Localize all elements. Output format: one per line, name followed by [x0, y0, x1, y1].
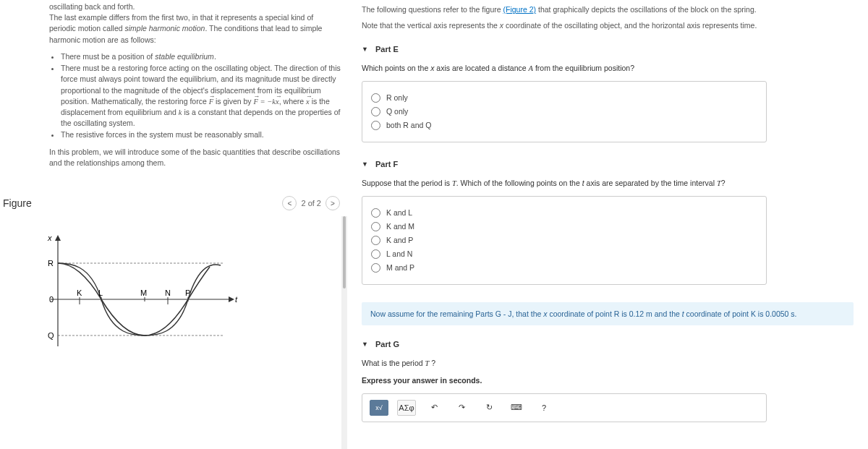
opt-kl[interactable]: K and L	[371, 208, 757, 218]
radio-r-only[interactable]	[371, 93, 380, 103]
bullet-2: There must be a restoring force acting o…	[61, 63, 341, 129]
answer-toolbar: x√ ΑΣφ ↶ ↷ ↻ ⌨ ?	[362, 393, 767, 422]
note-a: Note that the vertical axis represents t…	[362, 21, 500, 30]
keyboard-icon[interactable]: ⌨	[507, 400, 526, 416]
pt-P: P	[185, 288, 190, 297]
lbl-mp: M and P	[386, 263, 414, 272]
reset-button[interactable]: ↻	[480, 400, 498, 416]
part-g-title: Part G	[375, 340, 399, 348]
radio-kp[interactable]	[371, 236, 380, 245]
top-b: that graphically depicts the oscillation…	[536, 5, 757, 14]
ban-d: coordinate of point K is 0.0050	[684, 309, 791, 318]
pf-qb: . Which of the following points on the	[456, 179, 582, 187]
ban-m: m	[646, 309, 652, 318]
pf-qc: axis are separated by the time interval	[584, 179, 717, 187]
pt-L: L	[98, 288, 103, 297]
figure-reference-note: The following questions refer to the fig…	[362, 4, 854, 32]
lbl-kl: K and L	[386, 208, 412, 217]
bullet-3: The resistive forces in the system must …	[61, 129, 341, 140]
figure-link[interactable]: (Figure 2)	[503, 5, 537, 14]
axis-t-label: t	[235, 295, 238, 304]
b2c: , where	[279, 97, 306, 106]
help-button[interactable]: ?	[535, 400, 553, 416]
pt-M: M	[140, 288, 147, 297]
opt-q-label: Q only	[386, 107, 408, 116]
opt-r-label: R only	[386, 93, 408, 102]
pt-R: R	[48, 259, 54, 268]
pt-Q: Q	[48, 331, 54, 340]
opt-both-label: both R and Q	[386, 121, 431, 129]
pe-qc: from the equilibrium position?	[533, 64, 634, 72]
axis-x-label: x	[47, 234, 52, 242]
pe-qb: axis are located a distance	[434, 64, 528, 72]
figure-title: Figure	[3, 197, 32, 209]
opt-q-only[interactable]: Q only	[371, 107, 757, 116]
b2b: is given by	[213, 97, 253, 106]
part-f-header[interactable]: ▼Part F	[362, 160, 854, 168]
undo-button[interactable]: ↶	[425, 400, 443, 416]
svg-marker-3	[229, 296, 234, 302]
pt-0: 0	[49, 295, 54, 304]
pt-N: N	[165, 288, 171, 297]
intro-closing: In this problem, we will introduce some …	[49, 147, 341, 168]
part-e-options: R only Q only both R and Q	[362, 81, 767, 142]
opt-km[interactable]: K and M	[371, 222, 757, 231]
note-b: coordinate of the oscillating object, an…	[503, 21, 757, 30]
ban-c: and the	[652, 309, 682, 318]
intro-shm: simple harmonic motion	[124, 24, 205, 33]
lbl-kp: K and P	[386, 236, 413, 244]
symbols-button[interactable]: ΑΣφ	[397, 400, 416, 416]
b1em: stable equilibrium	[155, 52, 214, 61]
opt-mp[interactable]: M and P	[371, 263, 757, 273]
pe-qa: Which points on the	[362, 64, 430, 72]
part-e-question: Which points on the x axis are located a…	[362, 64, 854, 72]
opt-kp[interactable]: K and P	[371, 236, 757, 245]
radio-q-only[interactable]	[371, 107, 380, 116]
radio-km[interactable]	[371, 222, 380, 231]
radio-kl[interactable]	[371, 208, 380, 218]
pg-qa: What is the period	[362, 359, 425, 367]
top-a: The following questions refer to the fig…	[362, 5, 503, 14]
opt-r-only[interactable]: R only	[371, 93, 757, 103]
b1b: .	[214, 52, 216, 61]
pf-qd: ?	[721, 179, 726, 187]
pg-qb: ?	[429, 359, 435, 367]
oscillation-graph: x t R 0 Q K L M N P	[29, 231, 246, 354]
opt-both-rq[interactable]: both R and Q	[371, 121, 757, 130]
intro-p1: oscillating back and forth.	[49, 1, 341, 12]
part-e-header[interactable]: ▼Part E	[362, 45, 854, 54]
opt-ln[interactable]: L and N	[371, 249, 757, 259]
ban-e: .	[795, 309, 797, 318]
lbl-km: K and M	[386, 222, 414, 231]
pager-prev-button[interactable]: <	[282, 196, 297, 210]
pt-K: K	[77, 288, 82, 297]
part-f-question: Suppose that the period is T. Which of t…	[362, 179, 854, 187]
collapse-icon: ▼	[362, 161, 368, 168]
part-e: ▼Part E Which points on the x axis are l…	[362, 45, 854, 142]
pager-label: 2 of 2	[301, 199, 321, 208]
intro-p2: The last example differs from the first …	[49, 12, 341, 46]
equation-editor-button[interactable]: x√	[370, 400, 388, 416]
part-g-sub: Express your answer in seconds.	[362, 376, 854, 385]
part-f-options: K and L K and M K and P L and N M and P	[362, 196, 767, 285]
bullet-1: There must be a position of stable equil…	[61, 51, 341, 62]
ban-a: Now assume for the remaining Parts G - J…	[370, 309, 543, 318]
svg-marker-1	[55, 235, 61, 241]
radio-ln[interactable]	[371, 249, 380, 259]
radio-mp[interactable]	[371, 263, 380, 273]
assumption-banner: Now assume for the remaining Parts G - J…	[362, 302, 854, 325]
part-g-header[interactable]: ▼Part G	[362, 340, 854, 348]
part-f: ▼Part F Suppose that the period is T. Wh…	[362, 160, 854, 285]
part-e-title: Part E	[375, 45, 399, 54]
figure-pager: < 2 of 2 >	[282, 196, 340, 210]
radio-both[interactable]	[371, 121, 380, 130]
part-g: ▼Part G What is the period T ? Express y…	[362, 340, 854, 422]
part-f-title: Part F	[375, 160, 398, 168]
collapse-icon: ▼	[362, 46, 368, 53]
redo-button[interactable]: ↷	[452, 400, 471, 416]
pager-next-button[interactable]: >	[326, 196, 340, 210]
pf-qa: Suppose that the period is	[362, 179, 452, 187]
ban-b: coordinate of point R is 0.12	[548, 309, 647, 318]
figure-panel: x t R 0 Q K L M N P	[0, 216, 347, 449]
b1a: There must be a position of	[61, 52, 155, 61]
